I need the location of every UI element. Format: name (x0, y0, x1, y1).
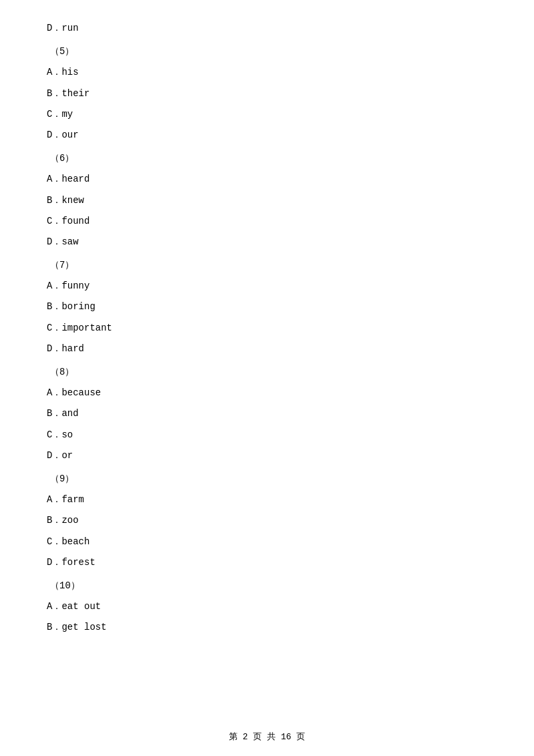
answer-option: A．heard (47, 171, 487, 188)
answer-option: A．eat out (47, 598, 487, 615)
page-footer: 第 2 页 共 16 页 (0, 731, 534, 743)
answer-option: D．our (47, 127, 487, 144)
answer-option: D．hard (47, 341, 487, 357)
answer-option: B．zoo (47, 512, 487, 529)
answer-option: D．forest (47, 554, 487, 571)
answer-option: B．boring (47, 299, 487, 315)
answer-option: B．and (47, 405, 487, 422)
page-number: 第 2 页 共 16 页 (229, 732, 305, 742)
question-number: （7） (50, 257, 487, 274)
answer-option: D．saw (47, 234, 487, 250)
answer-option: A．farm (47, 492, 487, 508)
answer-option: D．or (47, 447, 487, 464)
answer-option: B．knew (47, 192, 487, 209)
answer-option: C．found (47, 213, 487, 230)
answer-option: D．run (47, 20, 487, 37)
answer-option: C．my (47, 106, 487, 123)
answer-option: C．so (47, 427, 487, 443)
answer-option: C．beach (47, 534, 487, 550)
answer-option: A．because (47, 385, 487, 401)
answer-option: B．their (47, 85, 487, 102)
question-number: （9） (50, 471, 487, 488)
question-number: （10） (50, 578, 487, 594)
answer-option: B．get lost (47, 619, 487, 636)
question-number: （5） (50, 43, 487, 60)
answer-option: A．funny (47, 278, 487, 295)
main-content: D．run（5）A．hisB．theirC．myD．our（6）A．heardB… (0, 0, 534, 680)
question-number: （8） (50, 364, 487, 381)
question-number: （6） (50, 150, 487, 167)
answer-option: A．his (47, 64, 487, 81)
answer-option: C．important (47, 320, 487, 337)
